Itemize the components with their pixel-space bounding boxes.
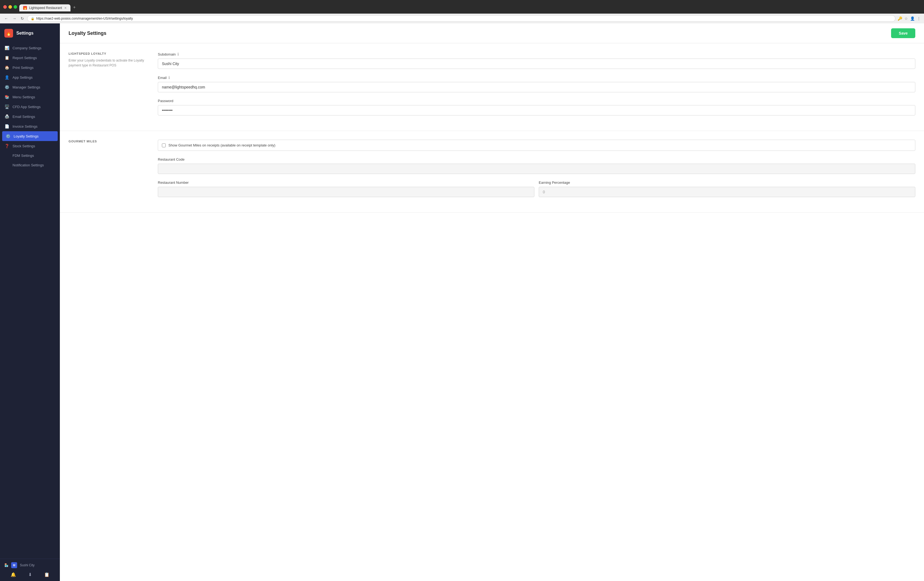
restaurant-number-label: Restaurant Number bbox=[158, 180, 535, 185]
sidebar-title: Settings bbox=[16, 31, 33, 36]
notification-bell-icon[interactable]: 🔔 bbox=[10, 571, 17, 578]
star-icon[interactable]: ☆ bbox=[904, 17, 908, 21]
restaurant-number-field-group: Restaurant Number bbox=[158, 180, 535, 197]
show-gourmet-checkbox[interactable] bbox=[162, 144, 166, 147]
browser-top-bar: 🔥 Lightspeed Restaurant ✕ + bbox=[3, 2, 921, 12]
report-icon: 📋 bbox=[4, 56, 9, 60]
tab-favicon-icon: 🔥 bbox=[23, 6, 27, 10]
app-icon: 👤 bbox=[4, 75, 9, 79]
loyalty-section-info: LIGHTSPEED LOYALTY Enter your Loyalty cr… bbox=[69, 52, 145, 122]
new-tab-button[interactable]: + bbox=[71, 3, 78, 12]
email-info-icon[interactable]: ℹ bbox=[168, 75, 170, 80]
menu-nav-icon: 📚 bbox=[4, 95, 9, 99]
sidebar-item-fdm[interactable]: FDM Settings bbox=[0, 151, 60, 161]
sidebar-label-manager: Manager Settings bbox=[13, 85, 40, 89]
loyalty-icon: ⚙️ bbox=[5, 134, 10, 138]
address-bar: ← → ↻ 🔒 https://nae2-web.posios.com/mana… bbox=[0, 13, 924, 23]
sidebar-item-cfd[interactable]: 🖥️ CFD App Settings bbox=[0, 102, 60, 112]
sidebar-label-report: Report Settings bbox=[13, 56, 37, 60]
fullscreen-button[interactable] bbox=[13, 5, 17, 9]
tab-title: Lightspeed Restaurant bbox=[29, 6, 62, 10]
show-gourmet-checkbox-row[interactable]: Show Gourmet Miles on receipts (availabl… bbox=[158, 140, 915, 151]
url-text: https://nae2-web.posios.com/management/e… bbox=[36, 17, 133, 20]
user-name: Sushi City bbox=[20, 563, 35, 567]
gourmet-miles-section: GOURMET MILES Show Gourmet Miles on rece… bbox=[60, 131, 924, 213]
stock-icon: ❓ bbox=[4, 144, 9, 148]
loyalty-section-description: Enter your Loyalty credentials to activa… bbox=[69, 58, 145, 68]
password-input[interactable] bbox=[158, 105, 915, 116]
sidebar-label-notification: Notification Settings bbox=[13, 163, 44, 167]
sidebar: 🔥 Settings 📊 Company Settings 📋 Report S… bbox=[0, 23, 60, 581]
sidebar-item-menu[interactable]: 📚 Menu Settings bbox=[0, 92, 60, 102]
manager-icon: ⚙️ bbox=[4, 85, 9, 89]
earning-percentage-label: Earning Percentage bbox=[539, 180, 915, 185]
sidebar-label-menu: Menu Settings bbox=[13, 95, 35, 99]
main-content: Loyalty Settings Save LIGHTSPEED LOYALTY… bbox=[60, 23, 924, 581]
minimize-button[interactable] bbox=[8, 5, 12, 9]
lightspeed-loyalty-section: LIGHTSPEED LOYALTY Enter your Loyalty cr… bbox=[60, 43, 924, 131]
sidebar-label-cfd: CFD App Settings bbox=[13, 105, 41, 109]
chart-icon: 📊 bbox=[4, 46, 9, 50]
url-input-box[interactable]: 🔒 https://nae2-web.posios.com/management… bbox=[27, 15, 896, 22]
sidebar-item-loyalty[interactable]: ⚙️ Loyalty Settings bbox=[2, 131, 58, 141]
traffic-lights bbox=[3, 5, 17, 9]
loyalty-section-layout: LIGHTSPEED LOYALTY Enter your Loyalty cr… bbox=[69, 52, 915, 122]
address-bar-actions: 🔑 ☆ 👤 ⋮ bbox=[898, 17, 921, 21]
email-field-group: Email ℹ bbox=[158, 75, 915, 92]
tab-close-icon[interactable]: ✕ bbox=[64, 6, 67, 10]
sidebar-item-notification[interactable]: Notification Settings bbox=[0, 161, 60, 170]
subdomain-input[interactable] bbox=[158, 58, 915, 69]
restaurant-code-field-group: Restaurant Code bbox=[158, 157, 915, 174]
sidebar-label-print: Print Settings bbox=[13, 66, 33, 70]
download-icon[interactable]: ⬇ bbox=[27, 571, 33, 578]
sidebar-item-print[interactable]: 🏠 Print Settings bbox=[0, 63, 60, 73]
earning-percentage-input[interactable] bbox=[539, 187, 915, 197]
gourmet-section-layout: GOURMET MILES Show Gourmet Miles on rece… bbox=[69, 140, 915, 204]
sidebar-item-invoice[interactable]: 📄 Invoice Settings bbox=[0, 121, 60, 131]
sidebar-nav: 📊 Company Settings 📋 Report Settings 🏠 P… bbox=[0, 43, 60, 559]
page-header: Loyalty Settings Save bbox=[60, 23, 924, 43]
sidebar-user: 🏪 M Sushi City bbox=[4, 562, 56, 568]
email-icon: 🖨️ bbox=[4, 114, 9, 119]
sidebar-label-fdm: FDM Settings bbox=[13, 154, 34, 158]
sidebar-item-stock[interactable]: ❓ Stock Settings bbox=[0, 141, 60, 151]
sidebar-label-email: Email Settings bbox=[13, 114, 35, 119]
two-col-row: Restaurant Number Earning Percentage bbox=[158, 180, 915, 204]
show-gourmet-field-group: Show Gourmet Miles on receipts (availabl… bbox=[158, 140, 915, 151]
sidebar-label-invoice: Invoice Settings bbox=[13, 124, 38, 129]
gourmet-section-fields: Show Gourmet Miles on receipts (availabl… bbox=[158, 140, 915, 204]
restaurant-code-label: Restaurant Code bbox=[158, 157, 915, 161]
sidebar-item-manager[interactable]: ⚙️ Manager Settings bbox=[0, 82, 60, 92]
back-button[interactable]: ← bbox=[3, 16, 9, 21]
loyalty-section-fields: Subdomain ℹ Email ℹ Pa bbox=[158, 52, 915, 122]
active-tab[interactable]: 🔥 Lightspeed Restaurant ✕ bbox=[19, 4, 71, 12]
subdomain-info-icon[interactable]: ℹ bbox=[177, 52, 179, 56]
page-title: Loyalty Settings bbox=[69, 30, 106, 36]
invoice-icon: 📄 bbox=[4, 124, 9, 129]
restaurant-number-input[interactable] bbox=[158, 187, 535, 197]
app-container: 🔥 Settings 📊 Company Settings 📋 Report S… bbox=[0, 23, 924, 581]
loyalty-section-label: LIGHTSPEED LOYALTY bbox=[69, 52, 145, 55]
password-label: Password bbox=[158, 99, 915, 103]
subdomain-field-group: Subdomain ℹ bbox=[158, 52, 915, 69]
restaurant-code-input[interactable] bbox=[158, 164, 915, 174]
sidebar-label-company: Company Settings bbox=[13, 46, 41, 50]
sidebar-item-app[interactable]: 👤 App Settings bbox=[0, 73, 60, 82]
gourmet-section-label: GOURMET MILES bbox=[69, 140, 145, 143]
save-button[interactable]: Save bbox=[891, 28, 915, 38]
sidebar-item-email[interactable]: 🖨️ Email Settings bbox=[0, 112, 60, 121]
sidebar-label-app: App Settings bbox=[13, 75, 33, 79]
sidebar-item-report[interactable]: 📋 Report Settings bbox=[0, 53, 60, 63]
user-badge: M bbox=[11, 562, 17, 568]
tab-bar: 🔥 Lightspeed Restaurant ✕ + bbox=[19, 3, 78, 12]
sidebar-header: 🔥 Settings bbox=[0, 23, 60, 43]
menu-icon[interactable]: ⋮ bbox=[917, 17, 921, 21]
email-input[interactable] bbox=[158, 82, 915, 92]
reload-button[interactable]: ↻ bbox=[20, 16, 25, 21]
forward-button[interactable]: → bbox=[12, 16, 17, 21]
user-avatar-icon[interactable]: 👤 bbox=[910, 17, 915, 21]
sidebar-item-company[interactable]: 📊 Company Settings bbox=[0, 43, 60, 53]
close-button[interactable] bbox=[3, 5, 7, 9]
clipboard-icon[interactable]: 📋 bbox=[43, 571, 51, 578]
sidebar-label-loyalty: Loyalty Settings bbox=[13, 134, 39, 138]
